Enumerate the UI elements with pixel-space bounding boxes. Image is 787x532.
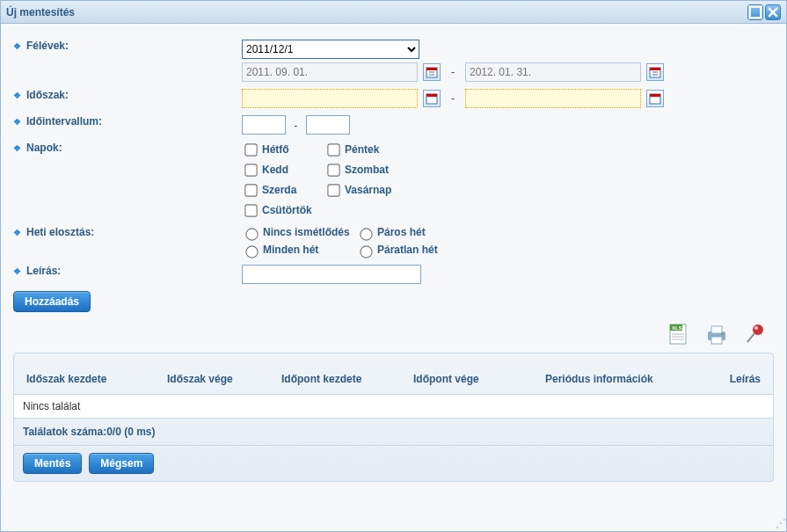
col-description: Leírás	[700, 373, 764, 385]
col-time-end: Időpont vége	[410, 373, 542, 385]
action-bar: Mentés Mégsem	[14, 446, 773, 481]
calendar-button[interactable]	[646, 63, 664, 81]
xls-icon: XLS	[665, 321, 691, 347]
weekly-even-label: Páros hét	[377, 226, 426, 238]
weekly-none-radio[interactable]	[245, 228, 258, 240]
bullet-icon: ❖	[13, 41, 21, 51]
date-separator: -	[446, 66, 460, 78]
day-wednesday-checkbox[interactable]	[244, 184, 257, 196]
weekly-every-radio[interactable]	[245, 245, 258, 258]
svg-rect-0	[750, 6, 761, 18]
day-saturday-label: Szombat	[345, 164, 389, 176]
day-saturday-checkbox[interactable]	[327, 164, 339, 176]
maximize-button[interactable]	[747, 4, 763, 20]
col-period-info: Periódus információk	[542, 373, 700, 385]
interval-from[interactable]	[242, 115, 286, 135]
day-thursday-label: Csütörtök	[262, 204, 312, 216]
table-toolbar: XLS	[13, 319, 770, 349]
day-thursday-checkbox[interactable]	[244, 204, 257, 216]
export-xls-button[interactable]: XLS	[663, 319, 693, 349]
add-button[interactable]: Hozzáadás	[13, 291, 91, 312]
interval-label: ❖ Időintervallum:	[13, 115, 242, 128]
close-icon	[766, 5, 780, 19]
calendar-icon	[426, 92, 438, 105]
day-sunday-checkbox[interactable]	[327, 184, 339, 196]
svg-rect-8	[650, 68, 660, 70]
row-description: ❖ Leírás:	[13, 265, 774, 284]
svg-line-27	[747, 333, 754, 342]
table-header: Időszak kezdete Időszak vége Időpont kez…	[14, 353, 773, 395]
svg-rect-14	[650, 94, 660, 97]
days-label: ❖ Napok:	[13, 142, 242, 154]
weekly-odd-radio[interactable]	[360, 245, 372, 258]
print-button[interactable]	[702, 319, 732, 349]
semester-label: ❖ Félévek:	[13, 40, 242, 52]
day-monday-label: Hétfő	[262, 143, 289, 156]
row-period: ❖ Időszak: -	[13, 89, 774, 108]
bullet-icon: ❖	[13, 143, 21, 153]
pin-button[interactable]	[740, 319, 770, 349]
cancel-button[interactable]: Mégsem	[89, 453, 154, 474]
weekly-every-label: Minden hét	[263, 244, 318, 256]
dialog-content: ❖ Félévek: 2011/12/1 -	[1, 24, 786, 531]
day-tuesday-checkbox[interactable]	[244, 164, 257, 176]
svg-text:XLS: XLS	[672, 325, 682, 331]
weekly-none-label: Nincs ismétlődés	[263, 226, 350, 238]
close-button[interactable]	[765, 4, 781, 20]
svg-rect-23	[711, 337, 722, 344]
bullet-icon: ❖	[13, 117, 21, 127]
interval-separator: -	[288, 120, 302, 132]
description-input[interactable]	[242, 265, 421, 284]
table-footer: Találatok száma:0/0 (0 ms)	[14, 419, 773, 446]
window-title: Új mentesítés	[6, 6, 746, 18]
col-period-start: Időszak kezdete	[23, 373, 164, 385]
day-sunday-label: Vasárnap	[345, 184, 391, 196]
row-interval: ❖ Időintervallum: -	[13, 115, 774, 135]
day-friday-checkbox[interactable]	[327, 143, 339, 156]
row-days: ❖ Napok: Hétfő Péntek Kedd Szombat Szerd…	[13, 142, 774, 219]
col-time-start: Időpont kezdete	[278, 373, 410, 385]
date-separator: -	[446, 92, 460, 105]
day-wednesday-label: Szerda	[262, 184, 296, 196]
exemption-dialog: Új mentesítés ❖ Félévek: 2011/12/1	[0, 0, 787, 532]
table-empty-message: Nincs találat	[14, 395, 773, 419]
col-period-end: Időszak vége	[164, 373, 278, 385]
day-tuesday-label: Kedd	[262, 164, 288, 176]
printer-icon	[703, 321, 730, 347]
semester-from-date	[242, 62, 418, 82]
resize-handle[interactable]: ⋰	[776, 517, 784, 529]
interval-to[interactable]	[306, 115, 350, 135]
calendar-button[interactable]	[646, 90, 664, 107]
calendar-button[interactable]	[423, 90, 441, 107]
svg-point-26	[754, 326, 758, 330]
weekly-label: ❖ Heti elosztás:	[13, 226, 242, 238]
results-table: Időszak kezdete Időszak vége Időpont kez…	[13, 353, 774, 482]
svg-rect-22	[711, 326, 722, 333]
maximize-icon	[748, 5, 762, 19]
titlebar: Új mentesítés	[1, 1, 786, 24]
semester-select[interactable]: 2011/12/1	[242, 40, 419, 59]
weekly-odd-label: Páratlan hét	[377, 244, 438, 256]
period-from-date[interactable]	[242, 89, 418, 108]
semester-to-date	[465, 62, 641, 82]
bullet-icon: ❖	[13, 228, 21, 237]
bullet-icon: ❖	[13, 91, 21, 100]
svg-rect-12	[426, 94, 437, 97]
svg-rect-4	[426, 68, 437, 70]
calendar-button[interactable]	[423, 63, 441, 81]
day-friday-label: Péntek	[345, 143, 379, 156]
row-semester: ❖ Félévek: 2011/12/1 -	[13, 40, 774, 82]
period-to-date[interactable]	[465, 89, 641, 108]
calendar-icon	[649, 92, 661, 105]
save-button[interactable]: Mentés	[23, 453, 82, 474]
svg-point-24	[721, 333, 723, 335]
day-monday-checkbox[interactable]	[244, 143, 257, 156]
pin-icon	[742, 321, 769, 347]
row-weekly: ❖ Heti elosztás: Nincs ismétlődés Páros …	[13, 226, 774, 258]
period-label: ❖ Időszak:	[13, 89, 242, 101]
description-label: ❖ Leírás:	[13, 265, 242, 277]
weekly-even-radio[interactable]	[360, 228, 372, 240]
calendar-icon	[426, 66, 438, 78]
semester-date-range: -	[242, 62, 774, 82]
bullet-icon: ❖	[13, 266, 21, 276]
